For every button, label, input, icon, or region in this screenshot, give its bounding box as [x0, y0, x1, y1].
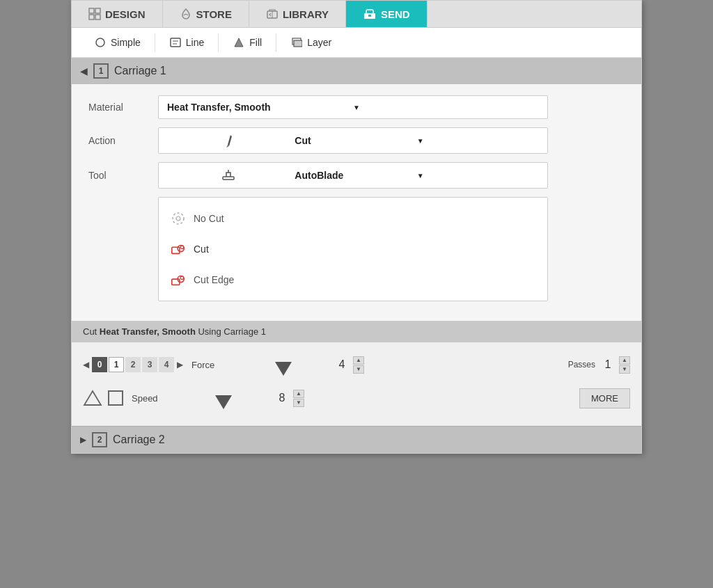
tab-simple[interactable]: Simple	[80, 33, 155, 51]
triangle-tool-icon[interactable]	[83, 388, 102, 408]
speed-value: 8	[274, 392, 290, 404]
svg-rect-8	[171, 38, 180, 47]
svg-rect-3	[95, 15, 100, 19]
passes-label: Passes	[568, 360, 595, 370]
level-right-arrow[interactable]: ▶	[177, 360, 183, 370]
dropdown-item-cut[interactable]: Cut	[159, 234, 547, 264]
tab-layer[interactable]: Layer	[276, 33, 345, 51]
level-buttons: 0 1 2 3 4	[92, 357, 174, 372]
send-icon	[363, 8, 377, 20]
speed-slider-handle	[215, 395, 232, 409]
cut-label: Cut	[194, 244, 209, 255]
level-selector: ◀ 0 1 2 3 4 ▶	[83, 357, 183, 372]
action-dropdown[interactable]: Cut ▼	[158, 127, 548, 154]
fill-icon	[233, 36, 245, 49]
no-cut-label: No Cut	[194, 213, 224, 224]
cut-edge-label: Cut Edge	[194, 274, 234, 285]
carriage2-expand-arrow: ▶	[80, 435, 86, 445]
force-value-box: 4 ▲ ▼	[334, 356, 364, 374]
controls-area: ◀ 0 1 2 3 4 ▶ Force 4	[72, 342, 641, 426]
carriage2-number: 2	[92, 432, 107, 447]
controls-row-1: ◀ 0 1 2 3 4 ▶ Force 4	[83, 351, 630, 379]
no-cut-icon	[170, 210, 187, 227]
design-icon	[88, 8, 101, 20]
tab-line[interactable]: Line	[155, 33, 219, 51]
carriage1-title: Carriage 1	[114, 65, 166, 77]
svg-rect-13	[223, 177, 234, 180]
svg-rect-6	[368, 15, 371, 17]
carriage1-settings: Material Heat Transfer, Smooth ▼ Action	[72, 84, 641, 321]
force-slider-handle	[275, 362, 292, 376]
tool-dropdown[interactable]: AutoBlade ▼	[158, 162, 548, 189]
cut-icon	[170, 241, 187, 257]
passes-value: 1	[600, 358, 616, 371]
svg-point-7	[96, 38, 104, 47]
carriage1-collapse-arrow: ◀	[80, 65, 88, 77]
speed-slider[interactable]	[182, 384, 265, 412]
speed-label: Speed	[132, 393, 173, 404]
carriage2-header[interactable]: ▶ 2 Carriage 2	[72, 426, 641, 453]
level-btn-0[interactable]: 0	[92, 357, 107, 372]
force-increment[interactable]: ▲	[353, 356, 364, 365]
speed-decrement[interactable]: ▼	[293, 399, 304, 407]
level-btn-1[interactable]: 1	[109, 357, 124, 372]
level-btn-2[interactable]: 2	[125, 357, 141, 372]
carriage2-title: Carriage 2	[113, 434, 165, 446]
dropdown-item-cut-edge[interactable]: Cut Edge	[159, 264, 547, 295]
svg-point-16	[176, 216, 180, 221]
line-icon	[169, 36, 182, 49]
cut-blade-icon	[167, 134, 289, 148]
action-value: Cut	[295, 135, 416, 146]
more-button[interactable]: MORE	[579, 388, 630, 408]
layer-icon	[290, 36, 303, 49]
material-row: Material Heat Transfer, Smooth ▼	[88, 95, 625, 119]
speed-value-box: 8 ▲ ▼	[274, 390, 304, 407]
store-icon	[180, 8, 192, 20]
status-suffix: Using Carriage 1	[196, 326, 266, 337]
library-icon	[266, 8, 279, 20]
force-slider[interactable]	[242, 351, 325, 379]
passes-decrement[interactable]: ▼	[619, 365, 630, 374]
action-dropdown-menu: No Cut Cut	[158, 197, 548, 301]
level-btn-3[interactable]: 3	[142, 357, 157, 372]
action-dropdown-arrow: ▼	[417, 137, 539, 145]
level-btn-4[interactable]: 4	[159, 357, 174, 372]
action-row: Action Cut ▼	[88, 127, 625, 154]
carriage1-header[interactable]: ◀ 1 Carriage 1	[72, 58, 641, 84]
status-material: Heat Transfer, Smooth	[100, 326, 196, 337]
carriage1-number: 1	[93, 63, 109, 79]
tab-send[interactable]: SEND	[346, 1, 428, 27]
passes-spin-buttons: ▲ ▼	[619, 356, 630, 374]
view-tabs: Simple Line Fill	[72, 28, 641, 58]
svg-point-15	[173, 213, 184, 224]
cut-edge-icon	[170, 271, 187, 288]
level-left-arrow[interactable]: ◀	[83, 360, 89, 370]
force-spin-buttons: ▲ ▼	[353, 356, 364, 374]
action-label: Action	[88, 135, 158, 146]
tool-value: AutoBlade	[295, 170, 416, 181]
material-dropdown[interactable]: Heat Transfer, Smooth ▼	[158, 95, 548, 119]
tab-store[interactable]: STORE	[163, 1, 249, 27]
status-bar: Cut Heat Transfer, Smooth Using Carriage…	[72, 321, 641, 342]
speed-spin-buttons: ▲ ▼	[293, 390, 304, 407]
svg-rect-2	[89, 15, 94, 19]
controls-row-2: Speed 8 ▲ ▼ MORE	[83, 384, 630, 412]
svg-rect-0	[89, 8, 94, 13]
tool-icons	[83, 388, 123, 408]
dropdown-item-no-cut[interactable]: No Cut	[159, 203, 547, 234]
passes-increment[interactable]: ▲	[619, 356, 630, 365]
force-value: 4	[334, 358, 350, 371]
square-tool-icon[interactable]	[108, 390, 123, 406]
tab-library[interactable]: LIBRARY	[249, 1, 346, 27]
svg-rect-1	[95, 8, 100, 13]
tab-fill[interactable]: Fill	[219, 33, 276, 51]
simple-icon	[94, 36, 107, 49]
material-label: Material	[88, 102, 158, 113]
force-decrement[interactable]: ▼	[353, 365, 364, 374]
tab-design[interactable]: DESIGN	[72, 1, 163, 27]
top-navigation: DESIGN STORE LIBRARY	[72, 1, 641, 28]
passes-value-box: 1 ▲ ▼	[600, 356, 630, 374]
tool-label: Tool	[88, 170, 158, 181]
material-value: Heat Transfer, Smooth	[167, 102, 353, 113]
speed-increment[interactable]: ▲	[293, 390, 304, 398]
